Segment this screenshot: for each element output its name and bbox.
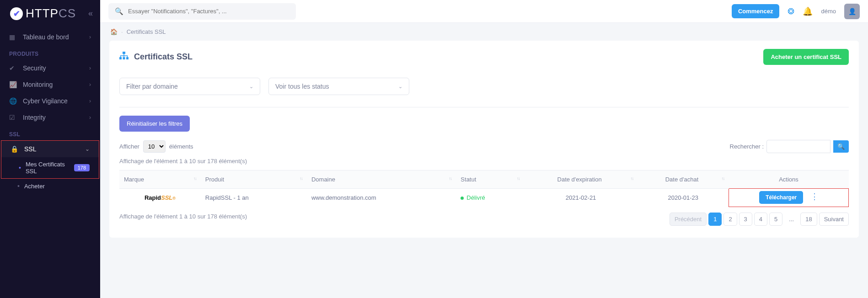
chevron-right-icon: ›	[89, 34, 91, 40]
page-5[interactable]: 5	[769, 213, 782, 226]
sidebar-security-label: Security	[23, 64, 46, 72]
chevron-right-icon: ›	[89, 81, 91, 88]
sidebar-ssl-label: SSL	[24, 145, 36, 153]
sidebar-item-integrity[interactable]: ☑ Integrity ›	[0, 109, 100, 126]
cell-domain: www.demonstration.com	[307, 189, 456, 207]
sidebar-item-buy[interactable]: Acheter	[0, 179, 100, 193]
search-input[interactable]	[128, 8, 289, 15]
sidebar-section-products: PRODUITS	[0, 45, 100, 60]
sidebar-collapse-icon[interactable]: «	[88, 9, 93, 18]
filter-domain-label: Filter par domaine	[126, 83, 178, 90]
avatar[interactable]: 👤	[844, 4, 860, 19]
start-button[interactable]: Commencez	[732, 4, 780, 18]
cell-product: RapidSSL - 1 an	[201, 189, 307, 207]
chevron-down-icon: ⌄	[398, 84, 402, 90]
svg-rect-1	[119, 57, 122, 59]
main-panel: Certificats SSL Acheter un certificat SS…	[109, 41, 859, 238]
logo-http: HTTP	[26, 6, 59, 20]
sidebar: ✔ HTTPCS « ▦ Tableau de bord › PRODUITS …	[0, 0, 100, 298]
range-info-bottom: Affichage de l'élément 1 à 10 sur 178 él…	[119, 213, 247, 220]
chevron-right-icon: ›	[89, 98, 91, 104]
filter-domain-select[interactable]: Filter par domaine ⌄	[119, 78, 260, 95]
col-domain[interactable]: Domaine↑↓	[307, 170, 456, 189]
page-size-select[interactable]: 10	[143, 140, 166, 153]
help-icon[interactable]: ❂	[788, 6, 794, 16]
buy-cert-button[interactable]: Acheter un certificat SSL	[763, 49, 849, 65]
page-1[interactable]: 1	[708, 213, 722, 226]
search-icon: 🔍	[115, 7, 123, 16]
my-certs-badge: 178	[74, 164, 90, 171]
sidebar-dashboard-label: Tableau de bord	[23, 33, 69, 41]
more-actions-icon[interactable]: ⋮	[810, 192, 818, 202]
sitemap-icon	[119, 52, 129, 62]
filter-status-select[interactable]: Voir tous les status ⌄	[268, 78, 409, 95]
download-button[interactable]: Télécharger	[759, 191, 803, 204]
page-title: Certificats SSL	[134, 52, 193, 62]
table-search-button[interactable]: 🔍	[833, 140, 849, 153]
page-ellipsis: ...	[784, 213, 798, 225]
page-prev[interactable]: Précédent	[670, 213, 707, 226]
page-3[interactable]: 3	[739, 213, 752, 226]
home-icon[interactable]: 🏠	[110, 28, 118, 35]
sidebar-item-security[interactable]: ✔ Security ›	[0, 60, 100, 76]
table-search-input[interactable]	[766, 140, 830, 153]
chart-icon: 📈	[9, 81, 17, 88]
chevron-down-icon: ⌄	[249, 84, 253, 90]
breadcrumb: 🏠 · Certificats SSL	[100, 23, 868, 41]
reset-filters-button[interactable]: Réinitialiser les filtres	[119, 116, 190, 132]
sidebar-item-monitoring[interactable]: 📈 Monitoring ›	[0, 76, 100, 93]
topbar: 🔍 Commencez ❂ 🔔 démo 👤	[100, 0, 868, 23]
col-status[interactable]: Statut↑↓	[456, 170, 524, 189]
sidebar-item-cyber[interactable]: 🌐 Cyber Vigilance ›	[0, 93, 100, 109]
user-name[interactable]: démo	[821, 8, 836, 15]
page-next[interactable]: Suivant	[819, 213, 849, 226]
col-product[interactable]: Produit↑↓	[201, 170, 307, 189]
chevron-right-icon: ›	[89, 114, 91, 121]
col-brand[interactable]: Marque↑↓	[119, 170, 201, 189]
table-search-label: Rechercher :	[730, 143, 764, 150]
sidebar-buy-label: Acheter	[24, 183, 45, 190]
breadcrumb-sep: ·	[121, 28, 123, 35]
bell-icon[interactable]: 🔔	[803, 6, 813, 16]
status-dot-icon	[461, 197, 464, 200]
sidebar-item-dashboard[interactable]: ▦ Tableau de bord ›	[0, 29, 100, 45]
show-label: Afficher	[119, 143, 139, 150]
breadcrumb-current: Certificats SSL	[127, 28, 166, 35]
sidebar-item-ssl[interactable]: 🔒 SSL ⌄	[1, 141, 99, 157]
chevron-down-icon: ⌄	[85, 146, 90, 152]
svg-rect-0	[123, 52, 125, 54]
col-actions: Actions	[729, 170, 849, 189]
cell-purchase: 2020-01-23	[638, 189, 729, 207]
sort-icon: ↑↓	[517, 176, 520, 181]
globe-icon: 🌐	[9, 97, 17, 105]
page-last[interactable]: 18	[800, 213, 817, 226]
sidebar-ssl-highlight: 🔒 SSL ⌄ Mes Certificats SSL 178	[1, 140, 99, 179]
filter-status-label: Voir tous les status	[275, 83, 329, 90]
sort-icon: ↑↓	[300, 176, 302, 181]
sidebar-section-ssl: SSL	[0, 126, 100, 140]
global-search[interactable]: 🔍	[108, 3, 296, 20]
lock-icon: 🔒	[11, 145, 19, 153]
sort-icon: ↑↓	[449, 176, 451, 181]
sidebar-monitoring-label: Monitoring	[23, 81, 53, 88]
col-expiration[interactable]: Date d'expiration↑↓	[524, 170, 638, 189]
page-2[interactable]: 2	[723, 213, 737, 226]
shield-check-icon: ✔	[9, 64, 17, 72]
table-row: RapidSSL® RapidSSL - 1 an www.demonstrat…	[119, 189, 849, 207]
dashboard-icon: ▦	[9, 33, 17, 41]
cell-status: Délivré	[456, 189, 524, 207]
sort-icon: ↑↓	[722, 176, 724, 181]
sidebar-item-my-certs[interactable]: Mes Certificats SSL 178	[1, 157, 99, 178]
cell-expiration: 2021-02-21	[524, 189, 638, 207]
sort-icon: ↑↓	[630, 176, 633, 181]
logo-check-icon: ✔	[10, 7, 23, 20]
svg-rect-2	[123, 57, 125, 59]
pagination: Précédent 1 2 3 4 5 ... 18 Suivant	[670, 213, 849, 226]
check-square-icon: ☑	[9, 114, 17, 121]
page-4[interactable]: 4	[754, 213, 767, 226]
col-purchase[interactable]: Date d'achat↑↓	[638, 170, 729, 189]
certificates-table: Marque↑↓ Produit↑↓ Domaine↑↓ Statut↑↓ Da…	[119, 170, 849, 207]
cell-actions: Télécharger ⋮	[729, 189, 849, 207]
logo[interactable]: ✔ HTTPCS	[10, 6, 76, 21]
sidebar-my-certs-label: Mes Certificats SSL	[26, 161, 74, 175]
